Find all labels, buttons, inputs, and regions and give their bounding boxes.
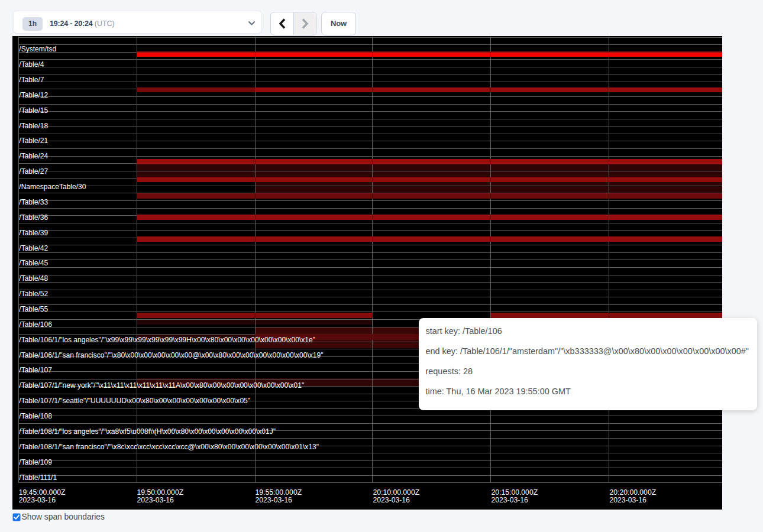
svg-text:20:10:00.000Z: 20:10:00.000Z <box>373 488 420 497</box>
svg-text:2023-03-16: 2023-03-16 <box>137 496 174 504</box>
svg-text:2023-03-16: 2023-03-16 <box>373 496 410 504</box>
svg-text:/Table/106/1/"san francisco"/": /Table/106/1/"san francisco"/"\x80\x00\x… <box>19 351 323 359</box>
svg-text:19:45:00.000Z: 19:45:00.000Z <box>19 488 66 497</box>
svg-text:20:15:00.000Z: 20:15:00.000Z <box>492 488 538 497</box>
svg-text:/Table/42: /Table/42 <box>19 244 48 252</box>
svg-text:20:20:00.000Z: 20:20:00.000Z <box>610 488 657 497</box>
svg-text:/Table/18: /Table/18 <box>19 122 48 130</box>
svg-text:/System/tsd: /System/tsd <box>19 45 56 53</box>
svg-text:2023-03-16: 2023-03-16 <box>492 496 529 504</box>
svg-text:19:50:00.000Z: 19:50:00.000Z <box>137 488 184 497</box>
svg-text:/Table/4: /Table/4 <box>19 60 44 69</box>
svg-text:/Table/39: /Table/39 <box>19 229 48 237</box>
svg-text:/Table/107: /Table/107 <box>19 366 52 374</box>
svg-text:/NamespaceTable/30: /NamespaceTable/30 <box>19 183 86 191</box>
svg-text:/Table/106/1/"los angeles"/"\x: /Table/106/1/"los angeles"/"\x99\x99\x99… <box>19 336 315 344</box>
svg-text:/Table/21: /Table/21 <box>19 137 48 145</box>
svg-text:/Table/48: /Table/48 <box>19 274 48 283</box>
svg-text:/Table/45: /Table/45 <box>19 259 48 267</box>
svg-text:/Table/52: /Table/52 <box>19 290 48 298</box>
svg-text:2023-03-16: 2023-03-16 <box>610 496 647 504</box>
svg-text:/Table/108: /Table/108 <box>19 412 52 420</box>
svg-text:/Table/107/1/"new york"/"\x11\: /Table/107/1/"new york"/"\x11\x11\x11\x1… <box>19 381 304 390</box>
svg-text:/Table/106: /Table/106 <box>19 320 52 329</box>
svg-text:/Table/108/1/"san francisco"/": /Table/108/1/"san francisco"/"\x8c\xcc\x… <box>19 443 319 451</box>
svg-text:/Table/111/1: /Table/111/1 <box>19 473 57 482</box>
svg-text:/Table/108/1/"los angeles"/"\x: /Table/108/1/"los angeles"/"\xa8\xf5\u00… <box>19 427 276 436</box>
svg-text:/Table/24: /Table/24 <box>19 152 48 160</box>
svg-text:/Table/12: /Table/12 <box>19 91 48 99</box>
svg-text:19:55:00.000Z: 19:55:00.000Z <box>256 488 302 497</box>
svg-text:2023-03-16: 2023-03-16 <box>19 496 56 504</box>
svg-text:2023-03-16: 2023-03-16 <box>256 496 293 504</box>
svg-text:/Table/36: /Table/36 <box>19 213 48 222</box>
svg-text:/Table/109: /Table/109 <box>19 458 52 466</box>
svg-text:/Table/107/1/"seattle"/"UUUUUU: /Table/107/1/"seattle"/"UUUUUUD\x00\x80\… <box>19 397 250 405</box>
svg-text:/Table/27: /Table/27 <box>19 167 48 176</box>
svg-text:/Table/55: /Table/55 <box>19 305 48 313</box>
svg-text:/Table/7: /Table/7 <box>19 76 44 84</box>
svg-text:/Table/15: /Table/15 <box>19 106 48 115</box>
svg-text:/Table/33: /Table/33 <box>19 198 48 206</box>
